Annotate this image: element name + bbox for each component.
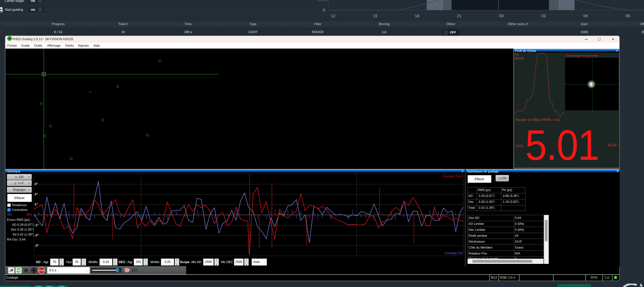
svg-text:2": 2" xyxy=(35,193,38,196)
svg-text:-3": -3" xyxy=(35,244,39,247)
svg-text:Guidage Est: Guidage Est xyxy=(445,251,462,255)
svg-text:-1": -1" xyxy=(35,224,39,227)
svg-text:STOP: STOP xyxy=(39,270,44,272)
svg-text:Guidage Nord: Guidage Nord xyxy=(442,174,462,178)
svg-text:1": 1" xyxy=(35,203,38,206)
svg-text:-2": -2" xyxy=(35,234,39,237)
svg-text:3": 3" xyxy=(35,182,38,186)
